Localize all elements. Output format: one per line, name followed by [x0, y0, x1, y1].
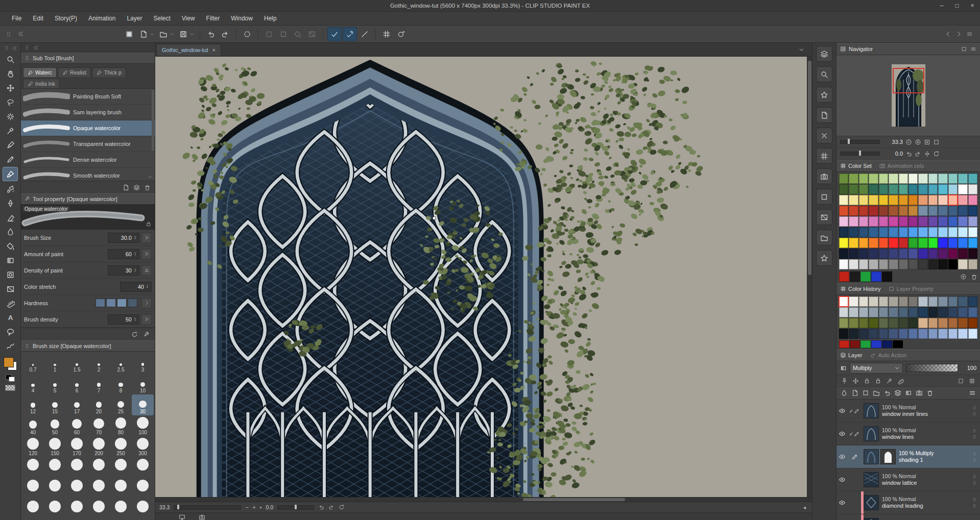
dock-snapshot[interactable] [816, 168, 832, 184]
color-set-swatch[interactable] [839, 271, 849, 282]
rotate-left-icon[interactable] [905, 151, 912, 157]
processing-button[interactable] [241, 28, 254, 41]
color-set-swatch[interactable] [899, 206, 908, 216]
tool-auto-select[interactable] [3, 110, 17, 123]
brush-item-sam-layering-brush[interactable]: Sam layering brush [21, 105, 155, 120]
navigator-zoom-slider[interactable] [840, 140, 880, 144]
layer-snapshot[interactable] [916, 389, 923, 397]
color-set-swatch[interactable] [958, 216, 967, 227]
color-history-swatch[interactable] [909, 329, 918, 339]
brush-size-preset[interactable] [44, 457, 66, 478]
reset-all-icon[interactable] [131, 331, 138, 338]
color-set-swatch[interactable] [968, 249, 977, 259]
zoom-in-icon[interactable]: + [253, 504, 256, 510]
stepper-icon[interactable] [145, 284, 150, 289]
collapse-icon[interactable] [12, 45, 17, 51]
color-set-swatch[interactable] [899, 249, 908, 259]
color-history-swatch[interactable] [882, 340, 892, 348]
sub-tool-detail-icon[interactable] [143, 331, 150, 338]
brush-size-3[interactable]: 3 [132, 353, 154, 374]
color-set-swatch[interactable] [859, 206, 868, 216]
slider-expand-button[interactable] [141, 233, 152, 243]
color-set-swatch[interactable] [869, 195, 878, 205]
sub-tool-tab-realist[interactable]: Realist [58, 67, 91, 77]
brush-size-2[interactable]: 2 [88, 353, 110, 374]
reference-layer[interactable] [886, 378, 893, 384]
reset-icon[interactable] [933, 151, 940, 157]
color-history-swatch[interactable] [849, 329, 858, 339]
zoom-in-icon[interactable] [915, 139, 921, 145]
menu-file[interactable]: File [6, 12, 27, 25]
caret-down-icon[interactable] [150, 32, 155, 37]
color-history-swatch[interactable] [849, 296, 858, 307]
rotate-left-icon[interactable] [318, 504, 324, 510]
display-icon[interactable] [179, 514, 185, 520]
color-set-swatch[interactable] [859, 238, 868, 248]
color-set-swatch[interactable] [849, 216, 858, 227]
color-set-swatch[interactable] [968, 259, 977, 269]
color-history-swatch[interactable] [948, 329, 958, 339]
brush-size-1.5[interactable]: 1.5 [66, 353, 88, 374]
color-set-swatch[interactable] [869, 227, 878, 237]
sub-tool-tab-thick-p[interactable]: Thick p [92, 67, 126, 77]
tool-pencil[interactable] [3, 153, 17, 166]
layer-menu-icon[interactable] [969, 389, 976, 397]
color-set-swatch[interactable] [958, 249, 967, 259]
blend-mode-select[interactable]: Multiply [850, 363, 903, 374]
property-value[interactable]: 50 [108, 314, 139, 325]
brush-size-70[interactable]: 70 [88, 415, 110, 436]
brush-size-preset[interactable] [66, 499, 88, 520]
tool-fill[interactable] [3, 239, 17, 253]
color-set-swatch[interactable] [859, 216, 868, 227]
tool-nav[interactable] [852, 378, 859, 384]
layer-row-window-lines[interactable]: ✓ 100 % Normal window lines [836, 423, 980, 445]
color-set-swatch[interactable] [879, 206, 888, 216]
color-history-swatch[interactable] [839, 318, 848, 328]
color-set-swatch[interactable] [839, 259, 848, 269]
color-set-swatch[interactable] [948, 184, 958, 194]
copy-sub-tool-icon[interactable] [133, 184, 140, 191]
color-history-tab[interactable]: Color History [840, 286, 881, 292]
color-set-swatch[interactable] [909, 259, 918, 269]
rotation-slider[interactable] [277, 505, 314, 510]
menu-view[interactable]: View [176, 12, 201, 25]
color-set-swatch[interactable] [879, 174, 888, 184]
zoom-out-icon[interactable] [905, 139, 912, 145]
color-history-swatch[interactable] [859, 318, 868, 328]
color-set-tab[interactable]: Color Set [840, 163, 872, 169]
brush-size-preset[interactable] [66, 457, 88, 478]
tab-list-caret-icon[interactable] [798, 46, 812, 53]
ruler-icon[interactable] [897, 378, 904, 384]
zoom-out-icon[interactable]: − [245, 504, 248, 510]
collapse-panel-icon[interactable] [33, 45, 39, 51]
color-history-swatch[interactable] [839, 340, 849, 348]
color-set-swatch[interactable] [928, 259, 938, 269]
color-history-swatch[interactable] [909, 318, 918, 328]
tool-eraser[interactable] [3, 211, 17, 224]
brush-size-preset[interactable] [110, 499, 132, 520]
new-layer-brush[interactable] [841, 389, 848, 397]
color-set-swatch[interactable] [859, 174, 868, 184]
property-value[interactable]: 30 [108, 265, 139, 276]
app-menu-button[interactable] [123, 28, 136, 41]
new-raster-layer[interactable] [851, 389, 858, 397]
flip-horizontal-icon[interactable] [924, 151, 930, 157]
collapse-panel-icon[interactable] [33, 45, 39, 51]
brush-size-150[interactable]: 150 [44, 436, 66, 457]
color-set-swatch[interactable] [879, 249, 888, 259]
color-set-swatch[interactable] [958, 184, 967, 194]
color-set-swatch[interactable] [918, 227, 927, 237]
brush-size-preset[interactable] [44, 478, 66, 499]
brush-size-panel-header[interactable]: Brush size [Opaque watercolor] [21, 340, 155, 352]
navigator-subview-icon[interactable] [961, 46, 967, 52]
dock-layout[interactable] [816, 209, 832, 225]
color-history-swatch[interactable] [938, 329, 947, 339]
canvas-tab[interactable]: Gothic_window-tut × [156, 44, 221, 56]
color-set-swatch[interactable] [918, 195, 927, 205]
tool-text[interactable]: A [3, 311, 17, 324]
color-history-swatch[interactable] [928, 318, 938, 328]
delete-layer[interactable] [926, 389, 934, 397]
brush-size-10[interactable]: 10 [132, 374, 154, 394]
color-history-swatch[interactable] [893, 340, 903, 348]
color-history-swatch[interactable] [958, 329, 967, 339]
